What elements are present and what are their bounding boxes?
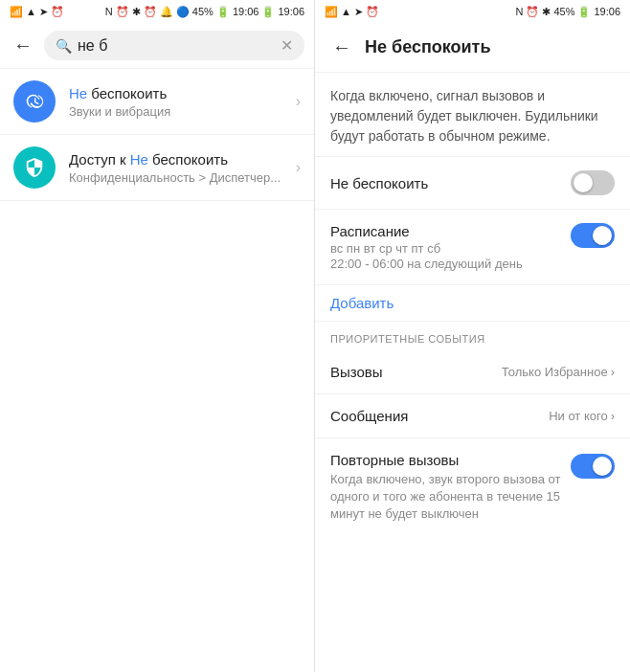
schedule-title: Расписание: [330, 223, 523, 239]
battery-icon: 🔋: [261, 6, 275, 18]
alarm-icon-left: ⏰: [51, 6, 64, 18]
status-bar-right: 📶 ▲ ➤ ⏰ N ⏰ ✱ 45% 🔋 19:06: [315, 0, 630, 23]
left-panel: 📶 ▲ ➤ ⏰ N ⏰ ✱ ⏰ 🔔 🔵 45% 🔋 19:06 🔋 19:06 …: [0, 0, 315, 672]
bluetooth-icon-r: ✱: [542, 6, 551, 18]
schedule-toggle[interactable]: [571, 223, 615, 248]
calls-value-text: Только Избранное: [502, 365, 608, 379]
repeat-calls-row: Повторные вызовы Когда включено, звук вт…: [315, 438, 630, 537]
schedule-row[interactable]: Расписание вс пн вт ср чт пт сб 22:00 - …: [315, 210, 630, 285]
bluetooth-icon: ✱: [132, 6, 141, 18]
signal-icon-r: 📶: [325, 6, 338, 18]
dnd-arrow-icon: ›: [296, 93, 301, 110]
dnd-highlight: Не: [69, 85, 87, 101]
messages-label: Сообщения: [330, 408, 408, 424]
schedule-toggle-knob: [593, 226, 612, 245]
battery-pct: ⏰ 🔔 🔵 45% 🔋 19:06: [144, 6, 259, 18]
add-button[interactable]: Добавить: [315, 285, 630, 322]
location-icon: ➤: [39, 6, 48, 18]
access-dnd-subtitle: Конфиденциальность > Диспетчер...: [69, 170, 282, 185]
nfc-icon: N: [105, 6, 113, 17]
access-dnd-title: Доступ к Не беспокоить: [69, 150, 282, 169]
nfc-icon-r: N: [515, 6, 523, 17]
messages-arrow-icon: ›: [611, 409, 615, 423]
right-back-button[interactable]: ←: [328, 33, 355, 62]
location-icon-r: ➤: [354, 6, 363, 18]
schedule-time: 22:00 - 06:00 на следующий день: [330, 257, 523, 271]
dnd-toggle-label: Не беспокоить: [330, 175, 428, 191]
priority-section-header: ПРИОРИТЕТНЫЕ СОБЫТИЯ: [315, 322, 630, 350]
search-bar: ← 🔍 ✕: [0, 23, 314, 69]
search-input-wrap[interactable]: 🔍 ✕: [44, 31, 304, 60]
info-text: Когда включено, сигнал вызовов и уведомл…: [315, 73, 630, 157]
schedule-info: Расписание вс пн вт ср чт пт сб 22:00 - …: [330, 223, 523, 271]
access-dnd-arrow-icon: ›: [296, 159, 301, 176]
calls-value: Только Избранное ›: [502, 365, 615, 379]
status-right-left: 📶 ▲ ➤ ⏰: [325, 6, 379, 18]
messages-value-text: Ни от кого: [549, 409, 608, 423]
status-right-right: N ⏰ ✱ 45% 🔋 19:06: [515, 6, 620, 18]
access-prefix: Доступ к: [69, 151, 130, 168]
battery-pct-r: 45%: [553, 6, 574, 17]
dnd-icon: [13, 80, 56, 123]
right-header: ← Не беспокоить: [315, 23, 630, 73]
repeat-toggle-knob: [593, 457, 612, 476]
alarm-icon-r2: ⏰: [526, 6, 539, 18]
messages-row[interactable]: Сообщения Ни от кого ›: [315, 394, 630, 438]
calls-label: Вызовы: [330, 364, 383, 380]
status-right: N ⏰ ✱ ⏰ 🔔 🔵 45% 🔋 19:06 🔋 19:06: [105, 6, 304, 18]
time-left: 19:06: [278, 6, 304, 17]
right-content: Когда включено, сигнал вызовов и уведомл…: [315, 73, 630, 672]
wifi-icon: ▲: [26, 6, 36, 17]
repeat-row: Повторные вызовы Когда включено, звук вт…: [330, 452, 615, 524]
search-input[interactable]: [78, 37, 275, 55]
schedule-days: вс пн вт ср чт пт сб: [330, 241, 523, 256]
access-dnd-icon: [13, 146, 56, 189]
result-item-dnd[interactable]: Не беспокоить Звуки и вибрация ›: [0, 69, 314, 135]
dnd-title-rest: беспокоить: [91, 85, 167, 101]
dnd-toggle-knob: [574, 173, 593, 192]
signal-icon: 📶: [10, 6, 23, 18]
messages-value: Ни от кого ›: [549, 409, 615, 423]
dnd-toggle-row[interactable]: Не беспокоить: [315, 157, 630, 210]
battery-icon-r: 🔋: [577, 6, 591, 18]
result-item-access-dnd[interactable]: Доступ к Не беспокоить Конфиденциальност…: [0, 135, 314, 201]
access-rest: беспокоить: [152, 151, 228, 168]
page-title: Не беспокоить: [365, 37, 491, 57]
search-icon: 🔍: [56, 38, 72, 54]
repeat-description: Когда включено, звук второго вызова от о…: [330, 471, 561, 524]
time-right: 19:06: [594, 6, 620, 17]
alarm-icon2: ⏰: [116, 6, 129, 18]
clear-icon[interactable]: ✕: [281, 36, 293, 55]
repeat-info: Повторные вызовы Когда включено, звук вт…: [330, 452, 561, 524]
access-dnd-text: Доступ к Не беспокоить Конфиденциальност…: [69, 150, 282, 185]
back-button[interactable]: ←: [10, 31, 36, 60]
right-panel: 📶 ▲ ➤ ⏰ N ⏰ ✱ 45% 🔋 19:06 ← Не беспокоит…: [315, 0, 630, 672]
search-results: Не беспокоить Звуки и вибрация › Доступ …: [0, 69, 314, 672]
calls-row[interactable]: Вызовы Только Избранное ›: [315, 350, 630, 394]
access-highlight: Не: [130, 151, 148, 168]
dnd-title: Не беспокоить: [69, 84, 282, 103]
alarm-icon-r: ⏰: [366, 6, 379, 18]
status-bar-left: 📶 ▲ ➤ ⏰ N ⏰ ✱ ⏰ 🔔 🔵 45% 🔋 19:06 🔋 19:06: [0, 0, 314, 23]
dnd-text: Не беспокоить Звуки и вибрация: [69, 84, 282, 119]
repeat-title: Повторные вызовы: [330, 452, 561, 468]
calls-arrow-icon: ›: [611, 365, 615, 379]
dnd-toggle[interactable]: [571, 170, 615, 195]
dnd-subtitle: Звуки и вибрация: [69, 104, 282, 119]
wifi-icon-r: ▲: [341, 6, 351, 17]
status-left: 📶 ▲ ➤ ⏰: [10, 6, 64, 18]
repeat-toggle[interactable]: [571, 454, 615, 479]
